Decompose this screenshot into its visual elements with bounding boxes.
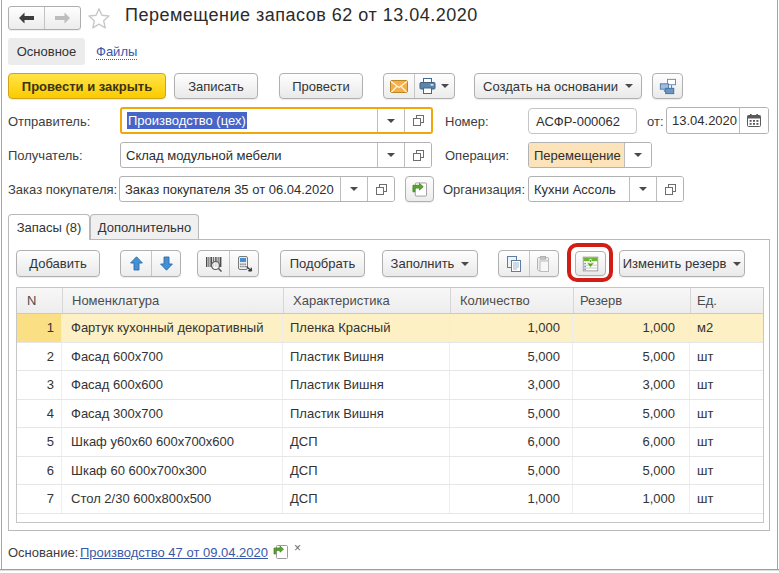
pick-items-button[interactable]: Подобрать (280, 250, 365, 277)
column-header-unit[interactable]: Ед. (691, 288, 765, 313)
organization-field[interactable]: Кухни Ассоль (528, 176, 684, 202)
open-icon (413, 115, 424, 126)
table-row[interactable]: 4 Фасад 300х700 Пластик Вишня 5,000 5,00… (16, 400, 764, 429)
data-terminal-button[interactable] (229, 251, 258, 276)
open-icon (413, 150, 424, 161)
print-button[interactable] (414, 74, 454, 98)
cell-n: 5 (16, 428, 62, 456)
related-documents-button[interactable] (652, 73, 683, 99)
cell-characteristic: ДСП (283, 457, 450, 485)
move-up-button[interactable] (121, 251, 151, 276)
date-value: 13.04.2020 (667, 108, 739, 133)
column-header-nomenclature[interactable]: Номенклатура (63, 288, 284, 313)
barcode-scan-button[interactable] (198, 251, 229, 276)
cell-characteristic: ДСП (283, 428, 450, 456)
related-documents-icon (659, 78, 676, 95)
receiver-open-button[interactable] (404, 143, 431, 167)
sender-open-button[interactable] (404, 109, 431, 132)
sender-value: Производство (цех) (122, 109, 377, 132)
printer-icon (419, 78, 436, 94)
post-and-close-button[interactable]: Провести и закрыть (8, 73, 166, 99)
sender-label: Отправитель: (8, 108, 90, 134)
table-row[interactable]: 7 Стол 2/30 600х800х500 ДСП 1,000 1,000 … (16, 485, 764, 514)
basis-document-link[interactable]: Производство 47 от 09.04.2020 (80, 544, 268, 560)
date-field[interactable]: 13.04.2020 (666, 107, 769, 134)
number-field[interactable]: АСФР-000062 (528, 108, 637, 134)
receiver-label: Получатель: (8, 142, 83, 168)
change-reserve-label: Изменить резерв (623, 256, 727, 271)
favorite-star-icon[interactable] (87, 7, 111, 30)
customer-order-value: Заказ покупателя 35 от 06.04.2020 (120, 177, 340, 201)
fill-from-document-icon (412, 182, 427, 197)
send-email-button[interactable] (384, 74, 414, 98)
cell-unit: шт (690, 485, 764, 513)
post-button[interactable]: Провести (279, 73, 363, 99)
save-button[interactable]: Записать (174, 73, 258, 99)
column-header-n[interactable]: N (17, 288, 63, 313)
change-reserve-button[interactable]: Изменить резерв (619, 250, 745, 277)
customer-order-open-button[interactable] (367, 177, 394, 201)
sender-field[interactable]: Производство (цех) (120, 107, 433, 134)
forward-button[interactable] (45, 7, 80, 29)
back-button[interactable] (9, 7, 45, 29)
cell-n: 7 (16, 485, 62, 513)
tab-files-link[interactable]: Файлы (96, 44, 137, 60)
column-header-characteristic[interactable]: Характеристика (284, 288, 451, 313)
copy-button[interactable] (499, 251, 529, 276)
copy-icon (506, 256, 522, 272)
operation-field[interactable]: Перемещение (528, 142, 652, 168)
cell-quantity: 5,000 (450, 343, 573, 371)
cell-reserve: 5,000 (573, 457, 690, 485)
cell-reserve: 5,000 (573, 343, 690, 371)
number-value: АСФР-000062 (529, 109, 636, 133)
table-row[interactable]: 6 Шкаф 60 600х700х300 ДСП 5,000 5,000 шт (16, 457, 764, 486)
date-calendar-button[interactable] (739, 108, 768, 133)
open-basis-icon[interactable] (273, 545, 288, 559)
customer-order-field[interactable]: Заказ покупателя 35 от 06.04.2020 (119, 176, 395, 202)
calendar-icon (747, 114, 761, 127)
add-row-button[interactable]: Добавить (16, 250, 100, 277)
create-based-on-caret (625, 84, 633, 88)
organization-label: Организация: (443, 176, 525, 202)
operation-label: Операция: (445, 142, 509, 168)
table-row[interactable]: 3 Фасад 600х600 Пластик Вишня 3,000 3,00… (16, 371, 764, 400)
organization-dropdown-button[interactable] (629, 177, 656, 201)
customer-order-dropdown-button[interactable] (340, 177, 367, 201)
fill-by-order-button[interactable] (405, 176, 434, 202)
cell-nomenclature: Стол 2/30 600х800х500 (62, 485, 283, 513)
tab-additional[interactable]: Дополнительно (90, 214, 199, 239)
tab-inventory[interactable]: Запасы (8) (8, 214, 90, 240)
paste-button[interactable] (529, 251, 558, 276)
move-down-button[interactable] (151, 251, 180, 276)
window-border-right (777, 0, 778, 570)
tab-main[interactable]: Основное (8, 38, 85, 65)
envelope-icon (390, 80, 408, 93)
cell-characteristic: ДСП (283, 485, 450, 513)
cell-quantity: 3,000 (450, 371, 573, 399)
clear-basis-button[interactable]: × (294, 541, 301, 555)
data-terminal-icon (236, 256, 253, 272)
cell-characteristic: Пластик Вишня (283, 343, 450, 371)
table-row[interactable]: 5 Шкаф у60х60 600х700х600 ДСП 6,000 6,00… (16, 428, 764, 457)
annotation-red-highlight (567, 243, 613, 282)
cell-nomenclature: Фасад 600х700 (62, 343, 283, 371)
fill-label: Заполнить (391, 256, 455, 271)
cell-nomenclature: Шкаф у60х60 600х700х600 (62, 428, 283, 456)
column-header-reserve[interactable]: Резерв (574, 288, 691, 313)
receiver-dropdown-button[interactable] (377, 143, 404, 167)
cell-n: 4 (16, 400, 62, 428)
table-row[interactable]: 1 Фартук кухонный декоративный Пленка Кр… (16, 314, 764, 343)
fill-button[interactable]: Заполнить (382, 250, 478, 277)
column-header-quantity[interactable]: Количество (451, 288, 574, 313)
send-print-button-group (383, 73, 455, 99)
copy-paste-group (498, 250, 559, 277)
table-row[interactable]: 2 Фасад 600х700 Пластик Вишня 5,000 5,00… (16, 343, 764, 372)
receiver-field[interactable]: Склад модульной мебели (120, 142, 432, 168)
move-buttons-group (120, 250, 181, 277)
operation-dropdown-button[interactable] (624, 143, 651, 167)
cell-characteristic: Пластик Вишня (283, 371, 450, 399)
cell-quantity: 1,000 (450, 485, 573, 513)
organization-open-button[interactable] (656, 177, 683, 201)
sender-dropdown-button[interactable] (377, 109, 404, 132)
create-based-on-button[interactable]: Создать на основании (474, 73, 642, 99)
